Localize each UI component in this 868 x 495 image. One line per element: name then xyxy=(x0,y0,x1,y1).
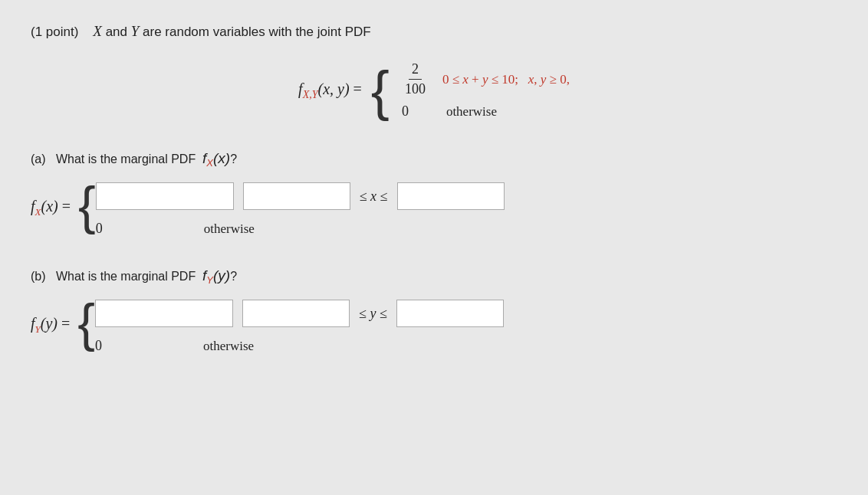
header-vars: X xyxy=(93,23,102,39)
part-b-case2-row: 0 otherwise xyxy=(95,338,504,354)
part-b-case1-row: ≤ y ≤ xyxy=(95,300,504,327)
joint-pdf-case1: 2 100 0 ≤ x + y ≤ 10; x, y ≥ 0, xyxy=(402,61,570,97)
part-a-zero: 0 xyxy=(96,221,103,237)
fraction-2-100: 2 100 xyxy=(402,61,429,97)
part-b-zero: 0 xyxy=(95,338,102,354)
header-text: (1 point) xyxy=(31,25,90,39)
part-b-leq-y-leq: ≤ y ≤ xyxy=(359,306,387,322)
joint-pdf-display: fX,Y(x, y) = { 2 100 0 ≤ x + y ≤ 10; x, … xyxy=(31,61,837,120)
case1-condition: 0 ≤ x + y ≤ 10; x, y ≥ 0, xyxy=(442,72,570,87)
part-b-input1[interactable] xyxy=(95,300,233,327)
joint-pdf-case2: 0 otherwise xyxy=(402,103,570,120)
part-a-case2-row: 0 otherwise xyxy=(96,221,505,237)
part-b-answer-row: fY(y) = { ≤ y ≤ 0 otherwise xyxy=(31,297,837,354)
joint-pdf-brace: { xyxy=(371,63,390,118)
part-b-lhs: fY(y) = xyxy=(31,315,70,336)
part-b-input3[interactable] xyxy=(396,300,504,327)
part-a-label: (a) What is the marginal PDF fX(x)? xyxy=(31,150,837,169)
part-b-brace-container: { ≤ y ≤ 0 otherwise xyxy=(77,297,504,354)
joint-pdf-lhs: fX,Y(x, y) = xyxy=(298,80,362,101)
fraction-denominator: 100 xyxy=(402,80,429,97)
part-b-section: (b) What is the marginal PDF fY(y)? fY(y… xyxy=(31,267,837,354)
part-b-otherwise: otherwise xyxy=(203,339,254,354)
part-a-answer-row: fX(x) = { ≤ x ≤ 0 otherwise xyxy=(31,179,837,237)
part-a-brace-container: { ≤ x ≤ 0 otherwise xyxy=(78,179,505,237)
part-b-cases: ≤ y ≤ 0 otherwise xyxy=(95,297,504,354)
part-b-label: (b) What is the marginal PDF fY(y)? xyxy=(31,267,837,286)
case2-zero: 0 xyxy=(402,103,432,120)
part-a-input2[interactable] xyxy=(243,182,350,210)
part-a-leq-x-leq: ≤ x ≤ xyxy=(360,188,388,205)
case2-otherwise: otherwise xyxy=(446,104,497,120)
part-a-cases: ≤ x ≤ 0 otherwise xyxy=(96,179,505,237)
joint-pdf-cases: 2 100 0 ≤ x + y ≤ 10; x, y ≥ 0, 0 otherw… xyxy=(402,61,570,120)
part-a-input3[interactable] xyxy=(397,182,505,210)
part-a-case1-row: ≤ x ≤ xyxy=(96,182,505,210)
part-b-input2[interactable] xyxy=(242,300,350,327)
part-b-brace: { xyxy=(77,297,95,349)
part-a-brace: { xyxy=(78,179,96,231)
part-a-lhs: fX(x) = xyxy=(31,198,71,218)
part-a-input1[interactable] xyxy=(96,182,234,210)
part-a-section: (a) What is the marginal PDF fX(x)? fX(x… xyxy=(31,150,837,237)
part-a-otherwise: otherwise xyxy=(204,221,255,237)
problem-header: (1 point) X and Y are random variables w… xyxy=(31,23,837,40)
header-var-y: Y xyxy=(131,23,140,39)
fraction-numerator: 2 xyxy=(409,61,422,80)
